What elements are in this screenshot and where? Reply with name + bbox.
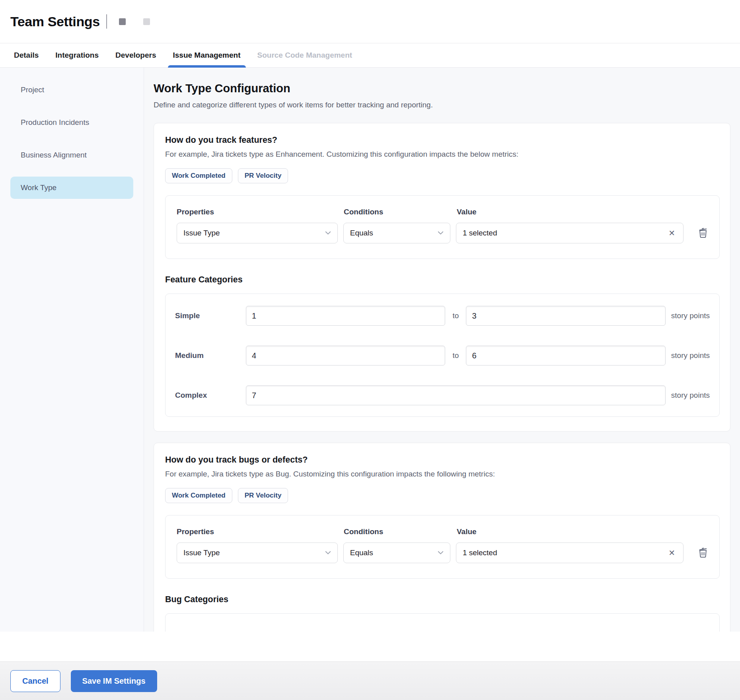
tab-integrations[interactable]: Integrations [55,43,99,67]
medium-from-input[interactable] [246,346,445,366]
title-divider [106,14,107,29]
section-page-subtitle: Define and categorize different types of… [154,101,730,109]
tab-details[interactable]: Details [14,43,39,67]
bug-categories-title: Bug Categories [165,595,720,605]
value-multiselect[interactable]: 1 selected ✕ [456,542,684,563]
chevron-down-icon [325,231,331,235]
trash-icon [698,547,708,558]
properties-column-header: Properties [177,208,338,216]
category-label-simple: Simple [175,311,246,320]
tab-issue-management[interactable]: Issue Management [173,43,241,67]
metric-badge-pr-velocity: PR Velocity [238,488,288,503]
features-rule-panel: Properties Conditions Value Issue Type E… [165,195,720,259]
story-points-unit-label: story points [671,391,710,400]
property-select-value: Issue Type [183,548,220,557]
metric-badge-work-completed: Work Completed [165,168,232,183]
condition-select[interactable]: Equals [343,223,450,243]
category-row-simple: Simple to story points [175,306,710,326]
page-title: Team Settings [10,14,100,29]
delete-rule-button[interactable] [698,227,708,239]
metric-badge-work-completed: Work Completed [165,488,232,503]
range-to-label: to [445,351,466,360]
tab-source-code-management: Source Code Management [257,43,352,67]
footer-action-bar: Cancel Save IM Settings [0,661,740,700]
condition-select-value: Equals [350,548,373,557]
sidebar-item-production-incidents[interactable]: Production Incidents [10,111,133,134]
team-badge-light-square [143,18,150,25]
bugs-metric-badges: Work Completed PR Velocity [165,488,720,503]
value-selected-count: 1 selected [463,548,497,557]
settings-sidebar: Project Production Incidents Business Al… [0,68,144,632]
rule-column-headers: Properties Conditions Value [177,527,708,536]
metric-badge-pr-velocity: PR Velocity [238,168,288,183]
category-row-complex: Complex story points [175,385,710,405]
clear-selection-icon[interactable]: ✕ [667,547,677,558]
conditions-column-header: Conditions [344,527,451,536]
features-card: How do you track features? For example, … [154,123,730,432]
conditions-column-header: Conditions [344,208,451,216]
category-label-medium: Medium [175,351,246,360]
bugs-rule-panel: Properties Conditions Value Issue Type E… [165,515,720,579]
chevron-down-icon [438,231,444,235]
page-header: Team Settings [0,0,740,43]
condition-select-value: Equals [350,229,373,237]
properties-column-header: Properties [177,527,338,536]
sidebar-item-business-alignment[interactable]: Business Alignment [10,144,133,166]
features-question-description: For example, Jira tickets type as Enhanc… [165,150,720,159]
feature-categories-panel: Simple to story points Medium to story p… [165,294,720,417]
property-select[interactable]: Issue Type [177,542,338,563]
content-area: Project Production Incidents Business Al… [0,68,740,632]
section-page-title: Work Type Configuration [154,82,730,95]
chevron-down-icon [325,551,331,555]
rule-controls-row: Issue Type Equals 1 selected ✕ [177,223,708,243]
medium-to-input[interactable] [466,346,665,366]
story-points-unit-label: story points [671,351,710,360]
rule-column-headers: Properties Conditions Value [177,208,708,216]
simple-from-input[interactable] [246,306,445,326]
value-multiselect[interactable]: 1 selected ✕ [456,223,684,243]
property-select-value: Issue Type [183,229,220,237]
clear-selection-icon[interactable]: ✕ [667,228,677,239]
story-points-unit-label: story points [671,311,710,320]
tab-developers[interactable]: Developers [115,43,156,67]
bug-categories-panel [165,613,720,632]
sidebar-item-work-type[interactable]: Work Type [10,177,133,199]
save-im-settings-button[interactable]: Save IM Settings [71,670,157,692]
delete-rule-button[interactable] [698,547,708,559]
main-panel: Work Type Configuration Define and categ… [144,68,740,632]
team-badge-dark-square [119,18,126,25]
features-question-title: How do you track features? [165,135,720,145]
category-row-medium: Medium to story points [175,346,710,366]
complex-from-input[interactable] [246,385,666,405]
bugs-question-title: How do you track bugs or defects? [165,455,720,465]
value-column-header: Value [457,208,685,216]
cancel-button[interactable]: Cancel [10,670,60,692]
value-column-header: Value [457,527,685,536]
bugs-question-description: For example, Jira tickets type as Bug. C… [165,470,720,478]
simple-to-input[interactable] [466,306,665,326]
app-window: Team Settings Details Integrations Devel… [0,0,740,700]
condition-select[interactable]: Equals [343,542,450,563]
sidebar-item-project[interactable]: Project [10,79,133,101]
range-to-label: to [445,311,466,320]
rule-controls-row: Issue Type Equals 1 selected ✕ [177,542,708,563]
settings-tabbar: Details Integrations Developers Issue Ma… [0,43,740,68]
bugs-card: How do you track bugs or defects? For ex… [154,443,730,632]
feature-categories-title: Feature Categories [165,275,720,285]
bottom-gap [0,632,740,661]
value-selected-count: 1 selected [463,229,497,237]
category-label-complex: Complex [175,391,246,400]
trash-icon [698,227,708,238]
chevron-down-icon [438,551,444,555]
features-metric-badges: Work Completed PR Velocity [165,168,720,183]
property-select[interactable]: Issue Type [177,223,338,243]
